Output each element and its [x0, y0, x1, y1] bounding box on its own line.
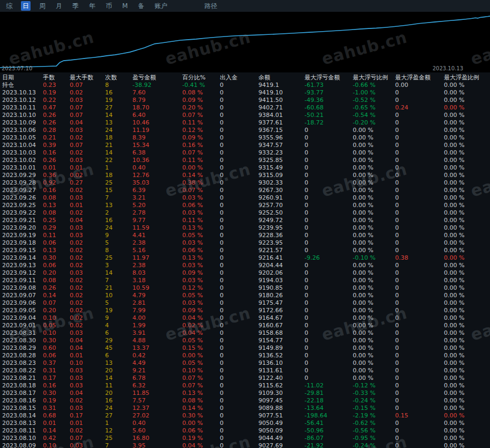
cell-max-lots: 0.03 — [70, 329, 105, 337]
cell-lots: 0.06 — [43, 352, 70, 359]
table-row[interactable]: 2023.09.260.080.0373.210.03 %09260.9100.… — [0, 194, 490, 202]
cell-profit: 6.40 — [132, 112, 182, 119]
table-row[interactable]: 2023.10.100.260.07146.400.07 %09384.01-5… — [0, 112, 490, 119]
cell-max-lots: 0.04 — [70, 337, 105, 344]
cell-profit: 10.59 — [132, 284, 182, 292]
table-row[interactable]: 2023.08.110.140.02125.600.06 %09050.09-5… — [0, 427, 490, 435]
table-row[interactable]: 2023.09.080.260.022110.590.12 %09190.850… — [0, 284, 490, 292]
table-row[interactable]: 2023.09.060.070.0252.810.03 %09175.4700.… — [0, 299, 490, 307]
menu-item-2[interactable]: 周 — [38, 1, 47, 11]
table-row[interactable]: 2023.08.220.310.03209.210.10 %09131.6100… — [0, 367, 490, 374]
cell-date: 2023.10.03 — [2, 149, 43, 157]
cell-balance: 9050.09 — [258, 427, 305, 435]
table-row[interactable]: 2023.09.210.250.04169.770.11 %09249.7200… — [0, 217, 490, 224]
cell-lots: 0.16 — [43, 187, 70, 194]
cell-max-lots: 0.02 — [70, 277, 105, 284]
table-row[interactable]: 2023.10.120.220.03198.790.09 %09411.50-4… — [0, 97, 490, 104]
cell-profit: 5.16 — [132, 247, 182, 254]
table-row[interactable]: 2023.10.030.160.02146.380.07 %09332.2300… — [0, 149, 490, 157]
table-row[interactable]: 2023.08.150.310.032412.370.14 %09089.88-… — [0, 405, 490, 412]
table-row[interactable]: 2023.10.110.470.072718.700.20 %09402.71-… — [0, 104, 490, 112]
table-row[interactable]: 2023.09.280.920.272535.030.38 %09302.330… — [0, 179, 490, 187]
cell-trades: 7 — [105, 277, 132, 284]
cell-profit: 7.60 — [132, 89, 182, 97]
menu-item-3[interactable]: 月 — [54, 1, 64, 11]
cell-max-lots: 0.02 — [70, 299, 105, 307]
cell-deposit-withdraw: 0 — [220, 420, 258, 427]
cell-balance: 9154.77 — [258, 337, 305, 344]
table-row[interactable]: 2023.09.140.300.022511.970.13 %09216.41-… — [0, 254, 490, 262]
cell-date: 持仓 — [2, 82, 43, 89]
menu-item-5[interactable]: 年 — [87, 1, 97, 11]
table-row[interactable]: 2023.08.230.370.10134.490.05 %09136.1000… — [0, 359, 490, 367]
table-row[interactable]: 2023.08.140.680.172727.020.30 %09077.51-… — [0, 412, 490, 420]
table-row[interactable]: 2023.08.280.060.0160.420.00 %09136.5200.… — [0, 352, 490, 359]
table-row[interactable]: 2023.09.270.160.02156.390.07 %09267.3000… — [0, 187, 490, 194]
table-row[interactable]: 2023.08.160.190.02167.570.08 %09097.45-2… — [0, 397, 490, 405]
table-row[interactable]: 2023.09.150.130.0285.160.06 %09221.5700.… — [0, 247, 490, 254]
table-row[interactable]: 2023.09.220.080.0222.780.03 %09252.5000.… — [0, 209, 490, 217]
table-row[interactable]: 2023.08.100.420.072516.800.19 %09044.49-… — [0, 435, 490, 442]
cell-max-float-loss-pct: 0.00 % — [353, 367, 395, 374]
table-row[interactable]: 2023.08.310.100.0363.910.04 %09158.6800.… — [0, 329, 490, 337]
position-row[interactable]: 持仓0.230.078-38.92-0.41 %09419.1-61.73-0.… — [0, 82, 490, 89]
table-row[interactable]: 2023.08.090.100.0373.950.04 %09027.69-21… — [0, 442, 490, 448]
menu-item-6[interactable]: 币 — [104, 1, 114, 11]
table-row[interactable]: 2023.09.050.200.02197.990.09 %09172.6600… — [0, 307, 490, 314]
table-row[interactable]: 2023.09.180.060.0252.380.03 %09223.9500.… — [0, 239, 490, 247]
cell-date: 2023.09.14 — [2, 254, 43, 262]
cell-deposit-withdraw: 0 — [220, 217, 258, 224]
cell-max-float-loss-pct: 0.00 % — [353, 127, 395, 134]
table-row[interactable]: 2023.09.120.200.03148.030.09 %09202.0600… — [0, 269, 490, 277]
table-row[interactable]: 2023.10.130.190.02167.600.08 %09419.10-9… — [0, 89, 490, 97]
table-row[interactable]: 2023.10.010.010.0110.400.00 %09315.4900.… — [0, 164, 490, 172]
menu-item-7[interactable]: M — [121, 1, 129, 11]
table-row[interactable]: 2023.08.300.300.04294.880.05 %09154.7700… — [0, 337, 490, 344]
equity-chart[interactable]: 2023.07.10 2023.10.13 — [0, 12, 490, 72]
table-row[interactable]: 2023.10.050.210.02188.390.09 %09355.9600… — [0, 134, 490, 142]
cell-max-float-loss: 0 — [305, 194, 353, 202]
cell-max-float-profit: 0 — [395, 149, 444, 157]
table-row[interactable]: 2023.08.170.300.042011.850.13 %09109.30-… — [0, 390, 490, 397]
table-row[interactable]: 2023.09.130.060.0232.380.03 %09204.4400.… — [0, 262, 490, 269]
table-row[interactable]: 2023.10.060.280.032411.190.12 %09367.150… — [0, 127, 490, 134]
cell-date: 2023.08.15 — [2, 405, 43, 412]
cell-deposit-withdraw: 0 — [220, 239, 258, 247]
cell-date: 2023.08.10 — [2, 435, 43, 442]
table-row[interactable]: 2023.08.290.600.044513.370.15 %09149.890… — [0, 344, 490, 352]
cell-max-float-loss-pct: 0.00 % — [353, 187, 395, 194]
table-row[interactable]: 2023.09.110.080.0273.180.03 %09194.0300.… — [0, 277, 490, 284]
table-row[interactable]: 2023.08.130.010.0110.400.00 %09050.49-56… — [0, 420, 490, 427]
cell-max-lots: 0.04 — [70, 344, 105, 352]
table-row[interactable]: 2023.10.020.260.032210.360.11 %09325.850… — [0, 157, 490, 164]
table-row[interactable]: 2023.08.210.170.03146.780.07 %09122.4000… — [0, 374, 490, 382]
table-row[interactable]: 2023.09.040.100.0294.000.04 %09164.6700.… — [0, 314, 490, 322]
table-row[interactable]: 2023.09.200.290.032411.590.13 %09239.950… — [0, 224, 490, 232]
cell-deposit-withdraw: 0 — [220, 119, 258, 127]
cell-trades: 11 — [105, 382, 132, 390]
table-row[interactable]: 2023.09.010.050.0241.990.02 %09160.6700.… — [0, 322, 490, 329]
menu-item-path[interactable]: 路径 — [203, 1, 219, 11]
cell-deposit-withdraw: 0 — [220, 314, 258, 322]
cell-max-float-profit-pct: 0.00 % — [444, 217, 487, 224]
cell-lots: 0.60 — [43, 344, 70, 352]
cell-max-float-profit: 0 — [395, 307, 444, 314]
cell-profit: 3.18 — [132, 277, 182, 284]
menu-item-9[interactable]: 账户 — [153, 1, 169, 11]
cell-max-float-profit: 0 — [395, 127, 444, 134]
cell-max-float-loss: 0 — [305, 329, 353, 337]
table-row[interactable]: 2023.10.090.260.041310.460.11 %09377.61-… — [0, 119, 490, 127]
table-row[interactable]: 2023.09.190.110.0394.410.05 %09228.3600.… — [0, 232, 490, 239]
menu-item-4[interactable]: 季 — [71, 1, 80, 11]
menu-item-1[interactable]: 日 — [21, 1, 31, 11]
table-row[interactable]: 2023.10.040.390.072115.340.16 %09347.570… — [0, 142, 490, 149]
menu-item-0[interactable]: 综 — [4, 1, 14, 11]
table-row[interactable]: 2023.09.290.360.021812.760.14 %09315.090… — [0, 172, 490, 179]
cell-profit: 11.19 — [132, 127, 182, 134]
table-row[interactable]: 2023.09.250.130.01135.200.06 %09257.7000… — [0, 202, 490, 209]
table-row[interactable]: 2023.09.070.140.02104.790.05 %09180.2600… — [0, 292, 490, 299]
table-row[interactable]: 2023.08.180.160.03116.320.07 %09115.62-1… — [0, 382, 490, 390]
cell-trades: 8 — [105, 247, 132, 254]
cell-balance: 9302.33 — [258, 179, 305, 187]
menu-item-8[interactable]: 备 — [136, 1, 146, 11]
